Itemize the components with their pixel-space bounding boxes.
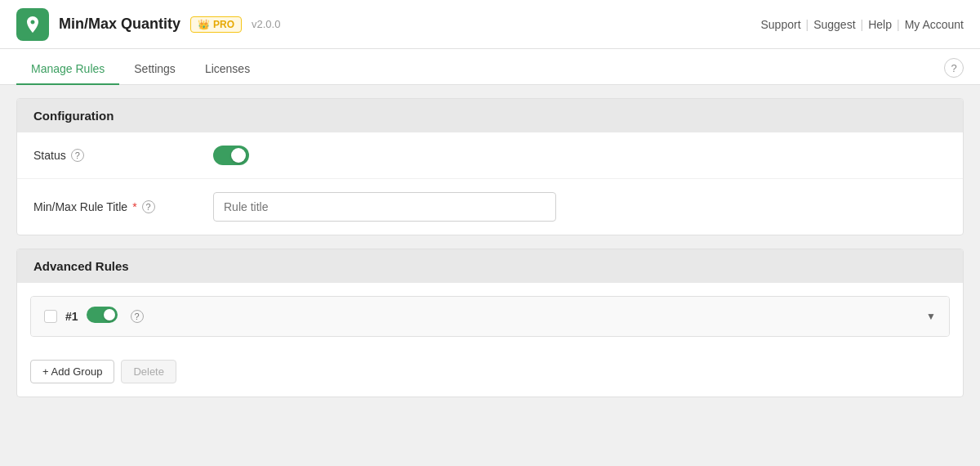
status-row: Status ? (17, 132, 963, 179)
status-toggle[interactable] (213, 146, 249, 165)
advanced-rules-body: #1 ? ▼ + Add Group Delete (17, 296, 963, 397)
rule-item-1-toggle[interactable] (87, 307, 122, 326)
support-link[interactable]: Support (760, 18, 800, 31)
tabs: Manage Rules Settings Licenses (16, 54, 265, 84)
required-indicator: * (132, 200, 136, 213)
separator-3: | (897, 18, 900, 31)
rule-item-1-header: #1 ? ▼ (31, 297, 949, 336)
toggle-track (213, 146, 249, 165)
toggle-thumb (231, 148, 246, 163)
delete-button[interactable]: Delete (121, 360, 176, 383)
suggest-link[interactable]: Suggest (813, 18, 855, 31)
status-help-icon[interactable]: ? (71, 149, 84, 162)
app-logo (16, 8, 49, 41)
header-left: Min/Max Quantity 👑 PRO v2.0.0 (16, 8, 280, 41)
tab-settings[interactable]: Settings (119, 54, 190, 85)
rule-item-1-left: #1 ? (44, 307, 144, 326)
crown-icon: 👑 (198, 19, 210, 30)
rule-item-1: #1 ? ▼ (30, 296, 950, 337)
my-account-link[interactable]: My Account (905, 18, 964, 31)
rule-item-1-toggle-track (87, 307, 118, 323)
rule-item-1-toggle-thumb (104, 309, 115, 320)
rule-title-label-group: Min/Max Rule Title * ? (33, 200, 213, 213)
configuration-body: Status ? Min/Max Rule Title * ? (17, 132, 963, 235)
add-group-button[interactable]: + Add Group (30, 360, 114, 383)
pro-badge: 👑 PRO (190, 16, 242, 33)
separator-1: | (806, 18, 809, 31)
status-label: Status (33, 149, 66, 162)
configuration-header: Configuration (17, 99, 963, 132)
tab-manage-rules[interactable]: Manage Rules (16, 54, 119, 85)
rule-title-row: Min/Max Rule Title * ? (17, 179, 963, 235)
version-label: v2.0.0 (252, 18, 280, 30)
rule-item-1-help-icon[interactable]: ? (131, 310, 144, 323)
header-nav: Support | Suggest | Help | My Account (760, 18, 964, 31)
configuration-card: Configuration Status ? Min/Max Rule Titl… (16, 98, 964, 235)
rule-item-1-chevron-icon[interactable]: ▼ (926, 311, 936, 322)
rule-title-input[interactable] (213, 192, 556, 222)
help-link[interactable]: Help (868, 18, 892, 31)
app-header: Min/Max Quantity 👑 PRO v2.0.0 Support | … (0, 0, 980, 49)
rule-item-1-checkbox[interactable] (44, 310, 57, 323)
separator-2: | (861, 18, 864, 31)
advanced-rules-card: Advanced Rules #1 ? ▼ (16, 249, 964, 397)
action-buttons: + Add Group Delete (17, 350, 963, 397)
main-content: Configuration Status ? Min/Max Rule Titl… (0, 85, 980, 410)
status-label-group: Status ? (33, 149, 213, 162)
app-title: Min/Max Quantity (59, 16, 180, 33)
tab-licenses[interactable]: Licenses (190, 54, 265, 85)
help-circle-icon[interactable]: ? (944, 58, 964, 78)
rule-title-label: Min/Max Rule Title (33, 200, 127, 213)
tabs-bar: Manage Rules Settings Licenses ? (0, 49, 980, 85)
advanced-rules-header: Advanced Rules (17, 249, 963, 283)
rule-title-help-icon[interactable]: ? (142, 200, 155, 213)
rule-item-1-number: #1 (65, 310, 78, 323)
